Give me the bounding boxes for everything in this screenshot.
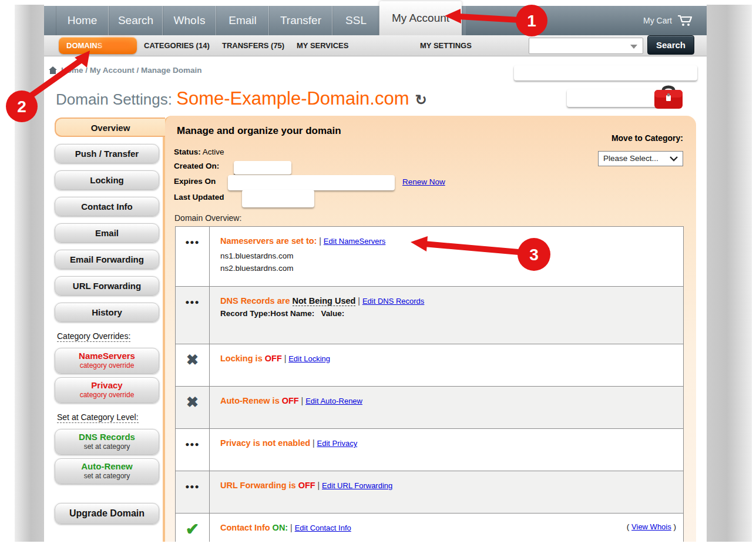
- view-whois-link[interactable]: View Whois: [631, 522, 671, 531]
- nav-tab-transfer[interactable]: Transfer: [269, 6, 332, 35]
- dots-icon: ●●●: [185, 482, 200, 491]
- page-title-prefix: Domain Settings:: [56, 90, 176, 109]
- status-on: ON:: [273, 523, 288, 532]
- category-overrides-label: Category Overrides:: [57, 331, 130, 342]
- sidebar: Overview Push / Transfer Locking Contact…: [55, 116, 159, 531]
- nav-tab-home[interactable]: Home: [56, 6, 109, 35]
- category-select[interactable]: Please Select...: [598, 151, 683, 166]
- edit-dns-records-link[interactable]: Edit DNS Records: [362, 297, 424, 306]
- sidebar-tab-push-transfer[interactable]: Push / Transfer: [55, 144, 159, 163]
- dots-icon: ●●●: [185, 440, 200, 448]
- subnav-item-my-settings[interactable]: MY SETTINGS: [420, 35, 472, 56]
- separator: |: [317, 236, 323, 246]
- main-panel: Manage and organize your domain Move to …: [163, 116, 696, 547]
- nav-tab-search[interactable]: Search: [109, 6, 163, 35]
- subnav-item-my-services[interactable]: MY SERVICES: [297, 35, 348, 56]
- separator: |: [315, 481, 322, 490]
- row-emphasis: Not Being Used: [293, 296, 356, 306]
- table-row-auto-renew: ✖ Auto-Renew is OFF | Edit Auto-Renew: [176, 387, 683, 429]
- separator: |: [282, 354, 288, 363]
- x-icon: ✖: [186, 394, 199, 410]
- breadcrumb-my-account[interactable]: My Account: [90, 66, 135, 75]
- search-button[interactable]: Search: [647, 35, 694, 55]
- redaction-box: [242, 190, 314, 207]
- paren: (: [627, 522, 631, 531]
- refresh-icon[interactable]: ↻: [415, 92, 426, 108]
- status-off: OFF: [265, 354, 282, 363]
- set-at-category-label: Set at Category Level:: [57, 412, 139, 423]
- sidebar-tab-overview[interactable]: Overview: [55, 118, 165, 137]
- edit-auto-renew-link[interactable]: Edit Auto-Renew: [305, 397, 362, 405]
- edit-nameservers-link[interactable]: Edit NameServers: [324, 237, 385, 246]
- sidebar-tab-history[interactable]: History: [55, 303, 159, 322]
- domains-count-redaction: [100, 41, 134, 50]
- subnav-item-transfers[interactable]: TRANSFERS (75): [222, 35, 284, 56]
- my-cart-label: My Cart: [643, 16, 672, 25]
- breadcrumb-separator: /: [135, 66, 141, 75]
- sidebar-tab-email[interactable]: Email: [55, 223, 159, 243]
- button-subtitle: set at category: [55, 442, 159, 451]
- domain-search-combobox[interactable]: [529, 38, 643, 54]
- check-icon: ✔: [186, 520, 199, 538]
- sidebar-button-auto-renew-category[interactable]: Auto-Renew set at category: [55, 458, 159, 484]
- sidebar-tab-contact-info[interactable]: Contact Info: [55, 197, 159, 216]
- separator: |: [355, 296, 362, 306]
- edit-contact-info-link[interactable]: Edit Contact Info: [295, 523, 351, 532]
- dots-icon: ●●●: [185, 238, 200, 246]
- created-label: Created On:: [174, 162, 219, 170]
- breadcrumb-current: Manage Domain: [141, 66, 202, 75]
- x-icon: ✖: [186, 351, 199, 368]
- edit-privacy-link[interactable]: Edit Privacy: [317, 439, 358, 448]
- table-row-locking: ✖ Locking is OFF | Edit Locking: [176, 344, 683, 387]
- table-row-nameservers: ●●● Nameservers are set to: | Edit NameS…: [176, 227, 683, 287]
- button-title: NameServers: [55, 351, 159, 361]
- nav-tab-ssl[interactable]: SSL: [332, 6, 379, 35]
- page-title: Domain Settings: Some-Example-Domain.com…: [56, 88, 427, 109]
- page-margin-left: [15, 5, 44, 547]
- renew-now-link[interactable]: Renew Now: [402, 177, 445, 186]
- subnav-item-domains[interactable]: DOMAINS: [59, 37, 137, 54]
- status-off: OFF: [282, 396, 299, 405]
- edit-url-forwarding-link[interactable]: Edit URL Forwarding: [322, 481, 392, 490]
- sidebar-button-privacy-override[interactable]: Privacy category override: [55, 377, 159, 403]
- edit-locking-link[interactable]: Edit Locking: [288, 354, 330, 363]
- sidebar-tab-locking[interactable]: Locking: [55, 170, 159, 190]
- nav-tab-my-account[interactable]: My Account: [379, 1, 462, 35]
- nav-tab-whois[interactable]: WhoIs: [163, 6, 216, 35]
- toolbox-icon[interactable]: [653, 83, 684, 113]
- panel-heading: Manage and organize your domain: [177, 125, 341, 137]
- view-whois-wrapper: ( View Whois ): [627, 522, 676, 531]
- table-row-url-forwarding: ●●● URL Forwarding is OFF | Edit URL For…: [176, 471, 683, 514]
- redaction-box: [234, 161, 291, 174]
- row-title: Locking is: [220, 354, 265, 363]
- expires-label: Expires On: [174, 177, 216, 186]
- row-title: Privacy is not enabled: [220, 438, 310, 448]
- updated-label: Last Updated: [174, 193, 224, 202]
- page-margin-right: [707, 5, 752, 547]
- upgrade-domain-button[interactable]: Upgrade Domain: [55, 503, 159, 524]
- redaction-box: [228, 175, 395, 190]
- expires-line: Expires On: [174, 177, 216, 186]
- nav-tab-email[interactable]: Email: [216, 6, 269, 35]
- sidebar-button-nameservers-override[interactable]: NameServers category override: [55, 348, 159, 374]
- updated-line: Last Updated: [174, 193, 224, 202]
- record-type-line: Record Type:Host Name: Value:: [220, 309, 674, 318]
- row-title: Contact Info: [220, 523, 273, 532]
- status-label: Status:: [174, 147, 201, 156]
- sidebar-button-dns-records-category[interactable]: DNS Records set at category: [55, 429, 159, 455]
- sub-nav: DOMAINS CATEGORIES (14) TRANSFERS (75) M…: [44, 35, 707, 56]
- home-icon: [48, 66, 58, 75]
- my-cart-button[interactable]: My Cart: [643, 6, 694, 35]
- separator: |: [310, 438, 317, 448]
- row-title: Auto-Renew is: [220, 396, 282, 405]
- breadcrumb: Home / My Account / Manage Domain: [48, 66, 202, 75]
- button-subtitle: set at category: [55, 472, 159, 480]
- row-title: Nameservers are set to:: [220, 236, 317, 246]
- sidebar-tab-url-forwarding[interactable]: URL Forwarding: [55, 276, 159, 296]
- breadcrumb-home[interactable]: Home: [61, 66, 83, 75]
- separator: |: [288, 523, 294, 532]
- sidebar-tab-email-forwarding[interactable]: Email Forwarding: [55, 250, 159, 269]
- subnav-item-categories[interactable]: CATEGORIES (14): [144, 35, 210, 56]
- status-value: Active: [201, 147, 224, 156]
- combobox-dropdown-arrow-icon[interactable]: [630, 45, 637, 49]
